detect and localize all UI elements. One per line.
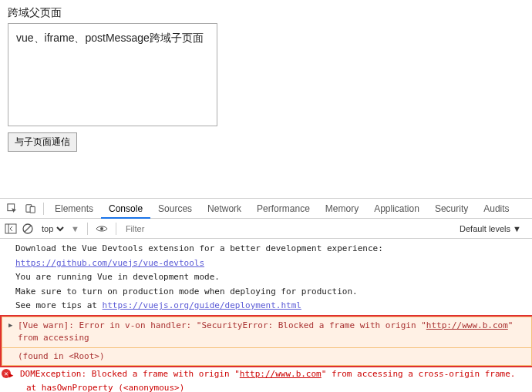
tab-network[interactable]: Network [200, 199, 249, 219]
device-icon[interactable] [25, 203, 37, 215]
tab-memory[interactable]: Memory [318, 199, 366, 219]
deployment-link[interactable]: https://vuejs.org/guide/deployment.html [103, 300, 301, 310]
console-toolbar: top ▼ Default levels ▼ [0, 219, 532, 239]
log-line: See more tips at https://vuejs.org/guide… [0, 299, 532, 313]
warn-line: ▶ [Vue warn]: Error in v-on handler: "Se… [2, 317, 532, 348]
eye-icon[interactable] [96, 223, 108, 235]
console-output: Download the Vue Devtools extension for … [0, 239, 532, 392]
log-levels-dropdown[interactable]: Default levels ▼ [453, 224, 527, 233]
log-line: Make sure to turn on production mode whe… [0, 285, 532, 300]
tab-console[interactable]: Console [101, 199, 150, 219]
tab-audits[interactable]: Audits [476, 199, 517, 219]
log-line: You are running Vue in development mode. [0, 270, 532, 285]
log-line: https://github.com/vuejs/vue-devtools [0, 256, 532, 271]
clear-console-icon[interactable] [22, 223, 34, 235]
svg-rect-3 [5, 224, 16, 233]
origin-link[interactable]: http://www.b.com [240, 369, 322, 379]
page-title: 跨域父页面 [8, 6, 524, 20]
tab-elements[interactable]: Elements [47, 199, 101, 219]
filter-input[interactable] [124, 223, 449, 235]
tab-security[interactable]: Security [427, 199, 476, 219]
expand-icon[interactable]: ▶ [8, 320, 12, 331]
devtools-link[interactable]: https://github.com/vuejs/vue-devtools [15, 258, 204, 268]
expand-icon[interactable]: ▶ [9, 370, 13, 381]
tab-performance[interactable]: Performance [249, 199, 318, 219]
origin-link[interactable]: http://www.b.com [426, 320, 508, 330]
svg-rect-2 [30, 206, 35, 213]
svg-line-6 [25, 226, 31, 232]
svg-point-7 [100, 227, 103, 230]
dom-exception-line: ✕ ▶ DOMException: Blocked a frame with o… [0, 367, 532, 382]
vue-warn-block: ✕ ▶ [Vue warn]: Error in v-on handler: "… [0, 315, 532, 368]
devtools-tabs: Elements Console Sources Network Perform… [0, 199, 532, 219]
child-iframe: vue、iframe、postMessage跨域子页面 [8, 23, 217, 126]
communicate-button[interactable]: 与子页面通信 [8, 132, 77, 152]
devtools-panel: Elements Console Sources Network Perform… [0, 198, 532, 392]
parent-page: 跨域父页面 vue、iframe、postMessage跨域子页面 与子页面通信 [0, 0, 532, 152]
context-selector[interactable]: top [39, 223, 66, 234]
stack-frame: at hasOwnProperty (<anonymous>) [0, 382, 532, 393]
sidebar-toggle-icon[interactable] [5, 223, 17, 235]
iframe-text: vue、iframe、postMessage跨域子页面 [16, 32, 204, 44]
warn-line: (found in <Root>) [2, 348, 532, 367]
inspect-icon[interactable] [6, 203, 19, 215]
tab-application[interactable]: Application [366, 199, 427, 219]
log-line: Download the Vue Devtools extension for … [0, 242, 532, 256]
tab-sources[interactable]: Sources [150, 199, 200, 219]
